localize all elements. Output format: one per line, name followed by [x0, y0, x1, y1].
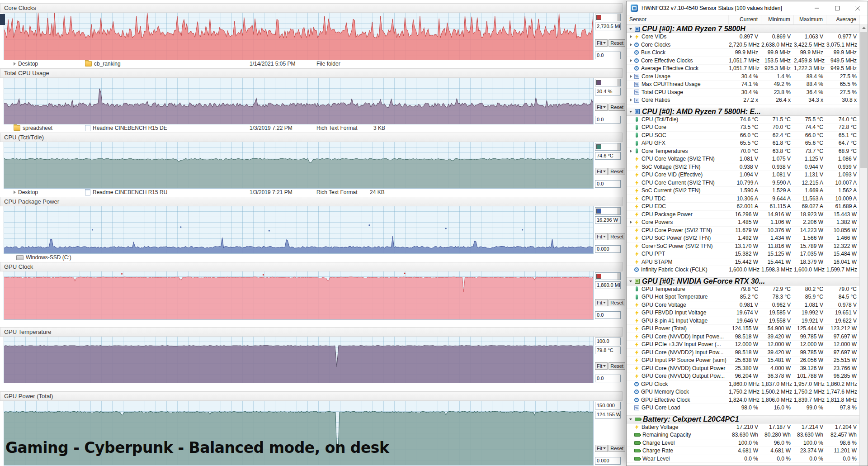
scrollbar-thumb[interactable] — [860, 32, 867, 168]
sensor-row[interactable]: CPU PPT15.382 W15.125 W17.035 W15.484 W — [627, 250, 860, 258]
graph-legend[interactable] — [595, 79, 621, 86]
explorer-item[interactable]: Desktop — [14, 61, 38, 67]
explorer-item[interactable]: Readme CINEBENCH R15 DE — [85, 125, 167, 131]
sensor-row[interactable]: Max CPU/Thread Usage74.1 %49.2 %88.4 %65… — [627, 81, 860, 89]
sensor-row[interactable]: CPU Core Current (SVI2 TFN)10.799 A9.590… — [627, 179, 860, 187]
sensor-row[interactable]: GPU Core (NVVDD) Input Powe...98.518 W39… — [627, 333, 860, 341]
sensor-row[interactable]: GPU Effective Clock1,824.0 MHz1,806.0 MH… — [627, 396, 860, 404]
sensor-row[interactable]: Charge Rate4.681 W4.681 W23.374 W11.201 … — [627, 447, 860, 455]
fit-dropdown[interactable]: Fit — [595, 233, 608, 240]
fit-dropdown[interactable]: Fit — [595, 104, 608, 111]
chevron-right-icon[interactable] — [628, 59, 633, 62]
sensor-row[interactable]: CPU SoC Power (SVI2 TFN)1.492 W1.434 W1.… — [627, 234, 860, 243]
sensor-row[interactable]: Wear Level0.0 %0.0 %0.0 %0.0 % — [627, 455, 860, 463]
sensor-group-header[interactable]: GPU [#0]: NVIDIA GeForce RTX 30... — [627, 277, 860, 285]
explorer-item[interactable]: Rich Text Format — [316, 189, 357, 195]
scrollbar[interactable] — [859, 24, 868, 466]
explorer-item[interactable]: File folder — [316, 61, 340, 67]
sensor-row[interactable]: GPU Power (Total)124.155 W54.900 W125.44… — [627, 325, 860, 333]
sensor-row[interactable]: GPU 8-pin #1 Input Voltage19.646 V19.558… — [627, 317, 860, 325]
sensor-row[interactable]: CPU TDC10.306 A9.644 A11.563 A10.009 A — [627, 195, 860, 203]
sensor-row[interactable]: GPU Core Load98.0 %16.0 %99.0 %97.8 % — [627, 404, 860, 412]
sensor-row[interactable]: GPU Input PP Source Power (sum)25.638 W1… — [627, 357, 860, 365]
sensor-row[interactable]: Core Effective Clocks1,051.7 MHz153.5 MH… — [627, 57, 860, 65]
reset-button[interactable]: Reset — [609, 168, 625, 175]
sensor-row[interactable]: Core VIDs0.897 V0.869 V1.063 V0.977 V — [627, 33, 860, 41]
sensor-row[interactable]: Remaining Capacity83.630 Wh80.280 Wh83.6… — [627, 431, 860, 439]
sensor-row[interactable]: CPU SOC66.0 °C62.4 °C66.0 °C65.1 °C — [627, 132, 860, 140]
sensor-row[interactable]: CPU Core Voltage (SVI2 TFN)1.081 V1.075 … — [627, 155, 860, 163]
sensor-group-header[interactable]: CPU [#0]: AMD Ryzen 7 5800H — [627, 25, 860, 33]
chevron-down-icon[interactable] — [629, 28, 632, 30]
reset-button[interactable]: Reset — [609, 299, 625, 306]
fit-dropdown[interactable]: Fit — [595, 445, 608, 452]
sensor-row[interactable]: CPU Core73.5 °C70.0 °C74.4 °C72.8 °C — [627, 124, 860, 132]
sensor-row[interactable]: Infinity Fabric Clock (FCLK)1,600.0 MHz1… — [627, 266, 860, 274]
maximize-button[interactable] — [827, 1, 847, 15]
sensor-row[interactable]: GPU PCIe +3.3V Input Power (...12.000 W1… — [627, 341, 860, 349]
chevron-down-icon[interactable] — [629, 418, 632, 420]
graph-legend[interactable] — [595, 207, 621, 215]
reset-button[interactable]: Reset — [609, 104, 625, 111]
explorer-item[interactable]: 1/3/2019 7:21 PM — [250, 189, 292, 195]
sensor-row[interactable]: Core+SoC Power (SVI2 TFN)13.170 W11.816 … — [627, 243, 860, 251]
sensor-row[interactable]: Core Temperatures70.0 °C63.8 °C73.7 °C68… — [627, 147, 860, 156]
close-button[interactable] — [847, 1, 868, 15]
sensor-row[interactable]: Charge Level100.0 %96.0 %100.0 %98.6 % — [627, 439, 860, 447]
sensor-group-header[interactable]: CPU [#0]: AMD Ryzen 7 5800H: E... — [627, 108, 860, 116]
fit-dropdown[interactable]: Fit — [595, 168, 608, 175]
fit-dropdown[interactable]: Fit — [595, 299, 608, 306]
sensor-row[interactable]: Core Usage30.4 %1.4 %88.4 %27.5 % — [627, 73, 860, 81]
sensor-row[interactable]: Bus Clock99.9 MHz99.9 MHz99.9 MHz99.9 MH… — [627, 49, 860, 57]
sensor-row[interactable]: APU STAPM15.442 W15.441 W18.379 W16.041 … — [627, 258, 860, 266]
sensor-row[interactable]: Battery Voltage17.210 V17.187 V17.214 V1… — [627, 423, 860, 432]
sensor-row[interactable]: GPU Clock1,860.0 MHz1,837.0 MHz1,957.0 M… — [627, 380, 860, 389]
sensor-row[interactable]: GPU Core (NVVDD2) Input Pow...98.518 W39… — [627, 349, 860, 357]
minimize-button[interactable] — [807, 1, 827, 15]
sensor-row[interactable]: CPU Package Power16.296 W14.916 W18.923 … — [627, 211, 860, 219]
sensor-row[interactable]: GPU Core (NVVDD) Output Pow...96.204 W36… — [627, 372, 860, 380]
sensor-row[interactable]: Core Clocks2,720.5 MHz2,638.0 MHz3,422.5… — [627, 41, 860, 49]
sensor-row[interactable]: CPU EDC62.001 A61.115 A69.027 A61.689 A — [627, 203, 860, 211]
chevron-right-icon[interactable] — [628, 150, 633, 152]
sensor-row[interactable]: CPU Core VID (Effective)1.094 V1.081 V1.… — [627, 171, 860, 179]
hwinfo-titlebar[interactable]: HWiNFO32 v7.10-4540 Sensor Status [100 v… — [627, 1, 868, 15]
chevron-down-icon[interactable] — [629, 111, 632, 113]
chevron-right-icon[interactable] — [628, 99, 633, 101]
sensor-row[interactable]: APU GFX65.5 °C61.8 °C65.6 °C64.7 °C — [627, 139, 860, 147]
sensor-row[interactable]: SoC Voltage (SVI2 TFN)0.938 V0.938 V0.94… — [627, 163, 860, 171]
explorer-item[interactable]: 3 KB — [373, 125, 385, 131]
fit-dropdown[interactable]: Fit — [595, 362, 608, 370]
chevron-right-icon[interactable] — [628, 35, 633, 38]
sensor-group-header[interactable]: Battery: Celxpert L20C4PC1 — [627, 415, 860, 423]
sensor-row[interactable]: GPU Core Voltage0.981 V0.962 V1.081 V0.9… — [627, 301, 860, 309]
scroll-up-button[interactable] — [860, 24, 868, 32]
reset-button[interactable]: Reset — [609, 445, 625, 452]
sensor-row[interactable]: Total CPU Usage30.4 %23.8 %36.4 %27.5 % — [627, 89, 860, 97]
graph-legend[interactable] — [595, 272, 621, 280]
chevron-right-icon[interactable] — [628, 221, 633, 223]
sensor-row[interactable]: Average Effective Clock1,051.7 MHz925.3 … — [627, 65, 860, 73]
reset-button[interactable]: Reset — [609, 39, 625, 47]
explorer-item[interactable]: Windows-SSD (C:) — [16, 254, 71, 261]
sensor-row[interactable]: SoC Current (SVI2 TFN)1.590 A1.529 A1.66… — [627, 187, 860, 195]
explorer-item[interactable]: cb_ranking — [85, 61, 121, 67]
explorer-item[interactable]: spreadsheet — [14, 125, 52, 131]
sensor-row[interactable]: GPU Hot Spot Temperature85.2 °C78.3 °C85… — [627, 293, 860, 301]
graph-legend[interactable] — [595, 143, 621, 151]
explorer-item[interactable]: Rich Text Format — [316, 125, 357, 131]
explorer-item[interactable]: Readme CINEBENCH R15 RU — [85, 189, 167, 195]
reset-button[interactable]: Reset — [609, 233, 625, 240]
sensor-row[interactable]: GPU FBVDD Input Voltage19.674 V19.585 V1… — [627, 309, 860, 317]
graph-legend[interactable] — [595, 14, 621, 21]
chevron-right-icon[interactable] — [628, 43, 633, 46]
explorer-item[interactable]: 24 KB — [370, 189, 385, 195]
sensor-row[interactable]: GPU Temperature79.8 °C72.9 °C80.2 °C79.0… — [627, 285, 860, 294]
sensor-row[interactable]: Core Powers1.485 W1.106 W2.206 W1.382 W — [627, 219, 860, 227]
sensor-row[interactable]: GPU Memory Clock1,750.2 MHz1,500.2 MHz1,… — [627, 388, 860, 396]
sensor-row[interactable]: CPU (Tctl/Tdie)74.6 °C71.5 °C75.5 °C74.0… — [627, 116, 860, 124]
chevron-down-icon[interactable] — [629, 281, 632, 282]
reset-button[interactable]: Reset — [609, 362, 625, 370]
explorer-item[interactable]: 1/3/2019 7:22 PM — [250, 125, 292, 131]
sensor-row[interactable]: GPU Core (NVVDD) Output Power25.380 W4.0… — [627, 365, 860, 373]
